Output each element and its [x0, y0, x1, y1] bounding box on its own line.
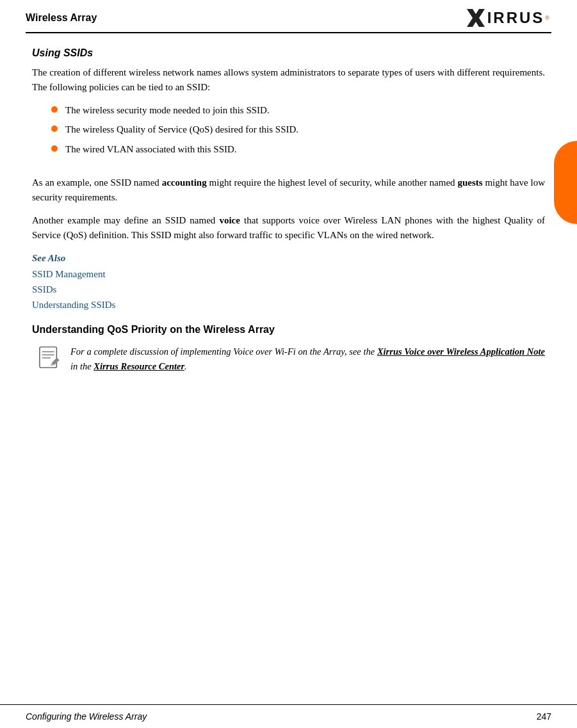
note-pencil-icon	[38, 346, 61, 369]
bullet-item-3-text: The wired VLAN associated with this SSID…	[65, 142, 237, 157]
bullet-list: The wireless security mode needed to joi…	[51, 103, 545, 157]
logo-container: IRRUS®	[467, 9, 551, 27]
note-link-appnote[interactable]: Xirrus Voice over Wireless Application N…	[377, 346, 545, 357]
intro-paragraph-text: The creation of different wireless netwo…	[32, 67, 545, 92]
see-also-link-ssids[interactable]: SSIDs	[32, 282, 545, 297]
note-icon	[38, 346, 61, 371]
see-also-section: See Also SSID Management SSIDs Understan…	[32, 253, 545, 312]
qos-section-title: Understanding QoS Priority on the Wirele…	[32, 324, 545, 336]
paragraph2-mid: might require the highest level of secur…	[207, 177, 458, 188]
svg-marker-13	[467, 9, 485, 27]
section-title-using-ssids: Using SSIDs	[32, 47, 545, 59]
paragraph2-bold1: accounting	[162, 177, 207, 188]
page-header-title: Wireless Array	[26, 12, 97, 24]
bullet-dot-icon	[51, 125, 58, 132]
note-suffix-text: .	[184, 361, 187, 371]
main-content: Using SSIDs The creation of different wi…	[26, 47, 551, 374]
qos-section: Understanding QoS Priority on the Wirele…	[32, 324, 545, 374]
note-prefix-text: For a complete discussion of implementin…	[70, 346, 377, 357]
paragraph3-bold: voice	[219, 215, 240, 225]
page-header: Wireless Array	[26, 0, 551, 33]
note-mid-text: in the	[70, 361, 93, 371]
paragraph3: Another example may define an SSID named…	[32, 213, 545, 243]
see-also-link-ssid-management[interactable]: SSID Management	[32, 266, 545, 282]
paragraph3-prefix: Another example may define an SSID named	[32, 215, 219, 225]
xirrus-logo-text: IRRUS®	[467, 9, 551, 27]
paragraph2: As an example, one SSID named accounting…	[32, 175, 545, 206]
footer-left-text: Configuring the Wireless Array	[26, 711, 147, 722]
orange-semicircle-decoration	[554, 141, 577, 224]
paragraph2-bold2: guests	[457, 177, 482, 188]
intro-paragraph: The creation of different wireless netwo…	[32, 65, 545, 95]
bullet-dot-icon	[51, 145, 58, 152]
list-item: The wireless Quality of Service (QoS) de…	[51, 122, 545, 137]
note-box: For a complete discussion of implementin…	[38, 344, 545, 374]
list-item: The wired VLAN associated with this SSID…	[51, 142, 545, 157]
footer-page-number: 247	[537, 711, 551, 722]
note-link-resource-center[interactable]: Xirrus Resource Center	[93, 361, 184, 371]
bullet-item-2-text: The wireless Quality of Service (QoS) de…	[65, 122, 298, 137]
list-item: The wireless security mode needed to joi…	[51, 103, 545, 118]
note-paragraph: For a complete discussion of implementin…	[70, 344, 545, 374]
xirrus-x-icon	[467, 9, 485, 27]
page-container: Wireless Array	[0, 0, 577, 728]
bullet-dot-icon	[51, 106, 58, 113]
page-footer: Configuring the Wireless Array 247	[0, 704, 577, 728]
paragraph2-prefix: As an example, one SSID named	[32, 177, 162, 188]
see-also-title: See Also	[32, 253, 545, 264]
see-also-link-understanding-ssids[interactable]: Understanding SSIDs	[32, 297, 545, 312]
bullet-item-1-text: The wireless security mode needed to joi…	[65, 103, 270, 118]
